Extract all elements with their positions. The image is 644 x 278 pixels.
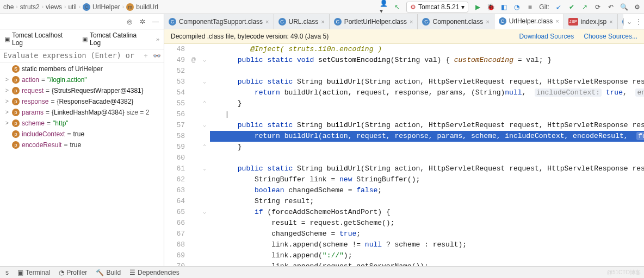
code-line[interactable]: return buildUrl(action, request, respons… <box>210 131 644 142</box>
code-line[interactable]: public static String buildUrl(String act… <box>210 163 644 174</box>
code-area[interactable]: 48 @Inject( struts.i10n.encoding )49@⌄ p… <box>164 44 644 266</box>
code-line[interactable]: boolean changedScheme = false; <box>210 185 644 196</box>
build-tool[interactable]: 🔨Build <box>96 269 121 276</box>
revert-icon[interactable]: ↶ <box>607 3 615 11</box>
fold-icon[interactable] <box>199 229 210 239</box>
close-icon[interactable]: × <box>321 18 324 25</box>
run-config-select[interactable]: ⚙ Tomcat 8.5.21 ▾ <box>406 2 468 12</box>
fold-icon[interactable] <box>199 66 210 77</box>
fold-icon[interactable] <box>199 131 210 142</box>
log-more-icon[interactable]: » <box>156 36 159 42</box>
code-line[interactable]: result = request.getScheme(); <box>210 218 644 229</box>
code-line[interactable]: link.append(scheme != null ? scheme : re… <box>210 239 644 250</box>
fold-icon[interactable]: ⌃ <box>199 98 210 109</box>
settings-icon[interactable]: ⚙ <box>633 3 641 11</box>
variable-row[interactable]: S static members of UrlHelper <box>2 64 164 74</box>
crumb[interactable]: views <box>46 3 62 11</box>
code-line[interactable]: String result; <box>210 196 644 207</box>
code-line[interactable]: link.append(request.getServerName()); <box>210 261 644 266</box>
variable-row[interactable]: >p params = {LinkedHashMap@4384} size = … <box>2 107 164 118</box>
code-line[interactable]: } <box>210 98 644 109</box>
crumb[interactable]: che <box>3 3 14 11</box>
hammer-build-icon[interactable]: ↖ <box>393 3 401 11</box>
code-line[interactable]: if (forceAddSchemeHostAndPort) { <box>210 207 644 218</box>
code-line[interactable]: | <box>210 109 644 120</box>
search-icon[interactable]: 🔍 <box>620 3 628 11</box>
fold-icon[interactable] <box>199 261 210 266</box>
history-icon[interactable]: ⟳ <box>594 3 602 11</box>
fold-icon[interactable]: ⌄ <box>199 207 210 218</box>
choose-sources-link[interactable]: Choose Sources... <box>584 33 637 40</box>
variables-tree[interactable]: S static members of UrlHelper>p action =… <box>0 62 164 266</box>
fold-icon[interactable] <box>199 87 210 98</box>
crumb[interactable]: util <box>68 3 76 11</box>
breadcrumb[interactable]: che› struts2› views› util› C UrlHelper› … <box>3 3 158 11</box>
profile-icon[interactable]: ◔ <box>513 3 521 11</box>
fold-icon[interactable]: ⌄ <box>199 163 210 174</box>
variable-row[interactable]: >p response = {ResponseFacade@4382} <box>2 96 164 107</box>
close-icon[interactable]: × <box>486 18 489 25</box>
close-icon[interactable]: × <box>410 18 413 25</box>
log-tab[interactable]: ▣Tomcat Localhost Log <box>4 31 75 47</box>
run-icon[interactable]: ▶ <box>474 3 481 11</box>
code-line[interactable]: changedScheme = true; <box>210 229 644 239</box>
code-line[interactable]: StringBuffer link = new StringBuffer(); <box>210 174 644 185</box>
download-sources-link[interactable]: Download Sources <box>519 33 574 40</box>
watch-glasses-icon[interactable]: 👓 <box>153 52 160 60</box>
fold-icon[interactable] <box>199 196 210 207</box>
editor-tab[interactable]: JSPindex.jsp× <box>564 14 618 29</box>
git-commit-icon[interactable]: ✔ <box>568 3 575 11</box>
minimize-icon[interactable]: — <box>152 18 159 26</box>
stop-icon[interactable]: ■ <box>526 3 534 11</box>
editor-tab[interactable]: CComponentTagSupport.class× <box>164 14 274 29</box>
tabs-more-icon[interactable]: ⋮ <box>635 18 642 26</box>
code-line[interactable]: } <box>210 142 644 153</box>
fold-icon[interactable] <box>199 218 210 229</box>
fold-icon[interactable]: ⌄ <box>199 55 210 66</box>
code-line[interactable]: @Inject( struts.i10n.encoding ) <box>210 44 644 55</box>
close-icon[interactable]: × <box>609 18 612 25</box>
crumb[interactable]: buildUrl <box>136 3 158 11</box>
code-line[interactable]: public static String buildUrl(String act… <box>210 120 644 131</box>
debug-icon[interactable]: 🐞 <box>487 3 494 11</box>
fold-icon[interactable] <box>199 109 210 120</box>
fold-icon[interactable] <box>199 174 210 185</box>
editor-tab[interactable]: CPortletUrlHelper.class× <box>330 14 418 29</box>
profiler-tool[interactable]: ◔Profiler <box>59 269 87 276</box>
close-icon[interactable]: × <box>555 18 559 24</box>
user-icon[interactable]: 👤▾ <box>380 3 388 11</box>
fold-icon[interactable] <box>199 250 210 261</box>
code-line[interactable]: public static String buildUrl(String act… <box>210 77 644 87</box>
fold-icon[interactable] <box>199 44 210 55</box>
variable-row[interactable]: >p action = "/login.action" <box>2 74 164 85</box>
editor-tab[interactable]: CUrlHelper.class× <box>494 14 564 29</box>
code-line[interactable] <box>210 66 644 77</box>
variable-row[interactable]: p encodeResult = true <box>2 140 164 150</box>
status-item[interactable]: s <box>5 269 9 276</box>
editor-tab[interactable]: CURL.class× <box>274 14 330 29</box>
code-line[interactable]: return buildUrl(action, request, respons… <box>210 87 644 98</box>
code-line[interactable]: public static void setCustomEncoding(Str… <box>210 55 644 66</box>
editor-tab[interactable]: CComponent.class× <box>418 14 494 29</box>
editor-tab[interactable]: CDispatche× <box>618 14 623 29</box>
log-tab[interactable]: ▣Tomcat Catalina Log <box>82 31 148 47</box>
git-update-icon[interactable]: ↙ <box>555 3 562 11</box>
variable-row[interactable]: >p scheme = "http" <box>2 118 164 129</box>
target-icon[interactable]: ◎ <box>126 18 133 26</box>
fold-icon[interactable]: ⌄ <box>199 120 210 131</box>
close-icon[interactable]: × <box>265 18 269 25</box>
fold-icon[interactable]: ⌄ <box>199 77 210 87</box>
dependencies-tool[interactable]: ☰Dependencies <box>129 269 179 276</box>
add-watch-icon[interactable]: ＋ <box>142 52 150 60</box>
terminal-tool[interactable]: ▣Terminal <box>17 269 50 276</box>
fold-icon[interactable] <box>199 185 210 196</box>
git-push-icon[interactable]: ↗ <box>581 3 589 11</box>
crumb[interactable]: UrlHelper <box>92 3 120 11</box>
fold-icon[interactable] <box>199 239 210 250</box>
crumb[interactable]: struts2 <box>20 3 40 11</box>
tabs-dropdown-icon[interactable]: ⌄ <box>627 18 632 26</box>
fold-icon[interactable] <box>199 153 210 163</box>
coverage-icon[interactable]: ◧ <box>500 3 507 11</box>
evaluate-input[interactable] <box>3 52 139 60</box>
variable-row[interactable]: >p request = {StrutsRequestWrapper@4381} <box>2 85 164 96</box>
